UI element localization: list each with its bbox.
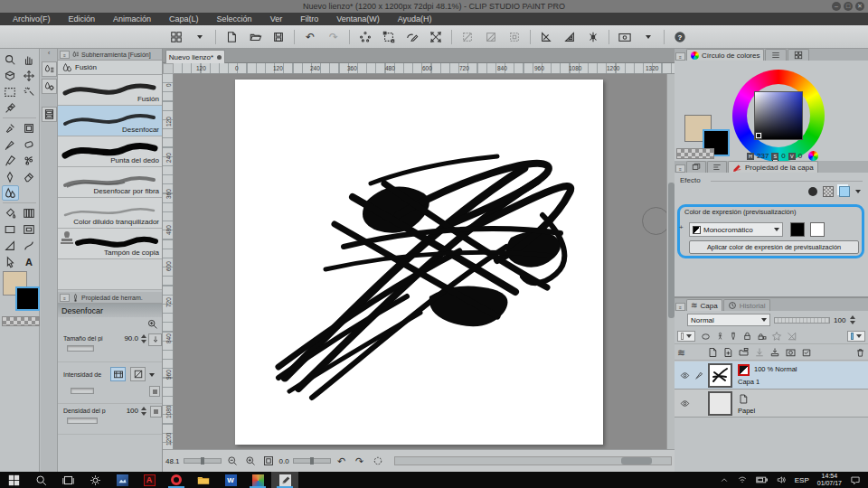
layer-color-effect-icon[interactable]: [839, 186, 850, 197]
new-layer-icon[interactable]: [707, 347, 718, 358]
color-panel-menu-icon[interactable]: ≡: [675, 52, 685, 61]
layer-color-dropdown[interactable]: [847, 331, 865, 342]
tab-layer-property-alt1[interactable]: [686, 161, 706, 173]
layer1-thumbnail[interactable]: [708, 363, 732, 388]
new-file-icon[interactable]: [221, 28, 242, 46]
expression-white-swatch[interactable]: [810, 222, 825, 237]
word-app-icon[interactable]: W: [217, 472, 244, 488]
layer2-visibility-eye-icon[interactable]: [679, 399, 691, 408]
brush-size-dynamics-button[interactable]: [148, 333, 162, 346]
menu-seleccion[interactable]: Selección: [217, 14, 252, 23]
minimize-button[interactable]: –: [832, 2, 841, 11]
correct-line-tool-icon[interactable]: [21, 238, 38, 253]
lock-alpha-icon[interactable]: [757, 331, 767, 342]
move-tool-icon[interactable]: [21, 68, 38, 83]
subtool-item-desenfocar[interactable]: Desenfocar: [58, 106, 162, 136]
subtool-item-tampon-de-copia[interactable]: Tampón de copia: [58, 229, 162, 259]
hand-tool-icon[interactable]: [21, 52, 38, 67]
frame-border-tool-icon[interactable]: [21, 221, 38, 237]
undo-icon[interactable]: ↶: [299, 28, 321, 46]
decoration-tool-icon[interactable]: [21, 153, 38, 168]
straight-ruler-icon[interactable]: [535, 28, 557, 46]
tab-historial[interactable]: Historial: [723, 299, 770, 311]
color-mode-toggle-icon[interactable]: [808, 151, 818, 161]
settings-gear-icon[interactable]: [81, 472, 108, 488]
timeline-dock-icon[interactable]: [42, 107, 57, 122]
lock-layer-icon[interactable]: [742, 331, 752, 342]
zoom-slider[interactable]: [184, 458, 222, 464]
menu-animacion[interactable]: Animación: [113, 14, 151, 23]
zoom-tool-icon[interactable]: [2, 52, 19, 67]
figure-tool-icon[interactable]: [2, 221, 19, 237]
snap-ruler-icon[interactable]: [582, 28, 604, 46]
vertical-scrollbar[interactable]: [666, 74, 675, 449]
airbrush-tool-icon[interactable]: [21, 120, 38, 136]
effect-caret-icon[interactable]: [855, 190, 861, 193]
blend-tool-icon[interactable]: [2, 185, 19, 201]
opacity-slider[interactable]: [774, 317, 830, 324]
expression-color-dropdown[interactable]: Monocromático: [689, 222, 783, 237]
operation-tool-icon[interactable]: [2, 254, 19, 269]
menu-archivo[interactable]: Archivo(F): [13, 14, 51, 23]
close-button[interactable]: ✕: [855, 2, 864, 11]
screenshot-caret-icon[interactable]: [637, 28, 659, 46]
density-dynamics-button[interactable]: [150, 406, 162, 418]
scale-rotate-icon[interactable]: [425, 28, 447, 46]
tool-property-menu-icon[interactable]: ≡: [60, 294, 70, 302]
vertical-scrollbar-thumb[interactable]: [668, 183, 675, 318]
brush-size-value[interactable]: 90.0: [124, 334, 138, 343]
menu-ver[interactable]: Ver: [270, 14, 283, 23]
open-file-icon[interactable]: [244, 28, 266, 46]
menu-ventana[interactable]: Ventana(W): [336, 14, 380, 23]
taskbar-search-icon[interactable]: [27, 472, 54, 488]
help-icon[interactable]: ?: [669, 28, 691, 46]
intensity-slider[interactable]: [71, 388, 94, 394]
density-value[interactable]: 100: [127, 407, 138, 415]
apply-expression-color-button[interactable]: Aplicar color de expresión de previsuali…: [689, 240, 859, 254]
pen-tool-icon[interactable]: [2, 136, 19, 152]
file-explorer-icon[interactable]: [190, 472, 217, 488]
subtool-panel-menu-icon[interactable]: ≡: [60, 51, 70, 59]
mask-icon[interactable]: [785, 347, 797, 358]
screenshot-icon[interactable]: [614, 28, 636, 46]
volume-icon[interactable]: [776, 475, 787, 484]
auto-select-tool-icon[interactable]: [21, 84, 38, 99]
brush-tool-icon[interactable]: [2, 153, 19, 168]
opera-app-icon[interactable]: [163, 472, 190, 488]
action-center-icon[interactable]: [850, 475, 861, 485]
rotate-canvas-tool-icon[interactable]: [2, 68, 19, 83]
tone-effect-icon[interactable]: [823, 186, 834, 197]
maximize-button[interactable]: □: [844, 2, 853, 11]
rotation-slider[interactable]: [293, 458, 331, 464]
tab-color-wheel[interactable]: Círculo de colores: [686, 49, 764, 61]
border-effect-icon[interactable]: [808, 187, 817, 196]
fill-tool-icon[interactable]: [2, 205, 19, 221]
eyedropper-tool-icon[interactable]: [2, 100, 19, 116]
layer2-thumbnail[interactable]: [708, 391, 732, 416]
horizontal-scrollbar-thumb[interactable]: [621, 457, 652, 465]
palette-color-dropdown[interactable]: [677, 331, 695, 342]
layer-row-capa1[interactable]: 100 % Normal Capa 1: [675, 361, 868, 389]
main-menu-caret-icon[interactable]: [189, 28, 211, 46]
ruler-tool-icon[interactable]: [2, 238, 19, 253]
zoom-out-icon[interactable]: [225, 454, 240, 468]
horizontal-scrollbar[interactable]: [394, 456, 672, 465]
gradient-tool-icon[interactable]: [21, 205, 38, 221]
new-folder-icon[interactable]: [738, 347, 750, 358]
transform-frame-icon[interactable]: [378, 28, 400, 46]
tab-layer-property[interactable]: Propiedad de la capa: [728, 161, 818, 173]
intensity-extra-button[interactable]: [149, 386, 160, 397]
reference-layer-icon[interactable]: [716, 331, 724, 342]
brush-size-slider[interactable]: [67, 345, 94, 352]
mask-area-icon[interactable]: [700, 332, 712, 342]
tab-color-set[interactable]: [788, 49, 809, 61]
main-menu-icon[interactable]: [165, 28, 187, 46]
delete-layer-icon[interactable]: [855, 347, 865, 358]
menu-edicion[interactable]: Edición: [69, 14, 96, 23]
redo-icon[interactable]: ↷: [323, 28, 344, 46]
triangle-ruler-icon[interactable]: [559, 28, 580, 46]
subtool-dock-icon[interactable]: [42, 61, 57, 77]
tab-layer-property-alt2[interactable]: [707, 161, 727, 173]
opacity-stepper[interactable]: [849, 314, 856, 325]
wifi-icon[interactable]: [737, 475, 748, 484]
